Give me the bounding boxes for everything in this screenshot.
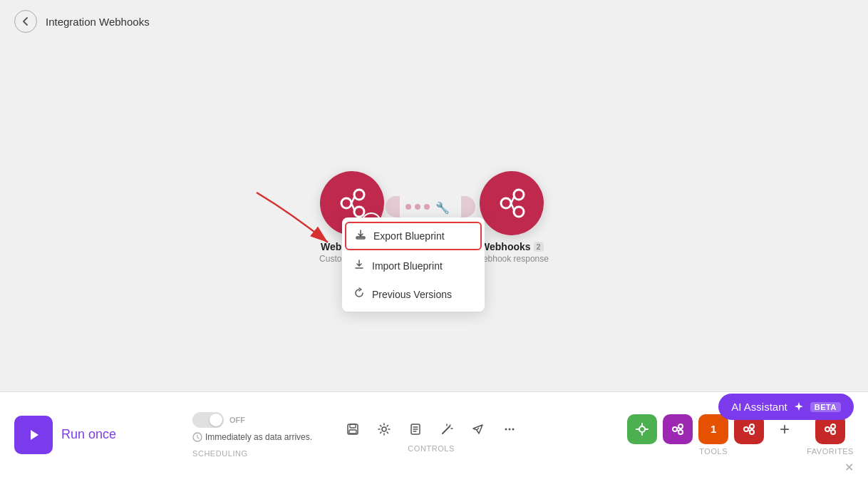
ai-assistant-button[interactable]: AI Assistant BETA	[718, 394, 854, 420]
send-control-icon[interactable]	[466, 417, 490, 441]
svg-line-45	[830, 427, 831, 429]
controls-label: CONTROLS	[408, 444, 455, 453]
svg-line-25	[450, 425, 450, 426]
controls-section: CONTROLS	[341, 417, 522, 453]
header: Integration Webhooks	[0, 0, 868, 43]
svg-marker-13	[31, 430, 38, 440]
toggle-state: OFF	[229, 416, 245, 424]
svg-line-46	[830, 429, 831, 431]
node-webhooks-2[interactable]: Webhooks 2 Webhook response	[475, 171, 549, 264]
svg-line-41	[748, 429, 750, 431]
svg-line-4	[351, 203, 355, 211]
toggle-row: OFF	[192, 412, 245, 428]
svg-point-0	[341, 198, 351, 208]
svg-line-23	[443, 426, 450, 434]
svg-point-8	[514, 207, 524, 217]
svg-line-36	[677, 429, 678, 431]
svg-point-44	[831, 430, 835, 434]
ai-assistant-label: AI Assistant	[731, 401, 787, 413]
svg-point-32	[673, 427, 677, 431]
export-icon	[355, 229, 366, 243]
svg-point-29	[509, 428, 511, 430]
controls-icons	[341, 417, 522, 441]
dot-2	[415, 204, 420, 210]
dropdown-menu: Export Blueprint Import Blueprint Previo…	[342, 217, 485, 312]
dot-1	[405, 204, 411, 210]
import-icon	[353, 259, 365, 273]
svg-rect-17	[349, 430, 356, 434]
run-once-button[interactable]	[14, 416, 53, 454]
dropdown-item-export[interactable]: Export Blueprint	[345, 222, 482, 250]
connector-center: 🔧	[435, 198, 450, 215]
favorites-section: FAVORITES	[807, 414, 854, 456]
svg-point-38	[750, 424, 754, 429]
svg-line-10	[511, 203, 515, 211]
node-label-2: Webhooks 2 Webhook response	[475, 241, 549, 264]
svg-line-35	[677, 427, 678, 429]
svg-point-43	[831, 424, 835, 429]
svg-point-6	[501, 198, 511, 208]
svg-point-31	[639, 426, 645, 432]
svg-line-27	[477, 428, 479, 430]
svg-point-28	[505, 428, 507, 430]
close-button[interactable]: ✕	[844, 461, 854, 474]
favorites-label: FAVORITES	[807, 447, 854, 456]
beta-badge: BETA	[810, 402, 841, 412]
node-circle-2	[480, 171, 544, 235]
wrench-icon: 🔧	[435, 201, 450, 215]
tool-button-orange[interactable]: 1	[698, 414, 728, 444]
connector: 🔧	[386, 196, 475, 217]
svg-point-34	[678, 430, 683, 434]
connector-left	[386, 196, 400, 217]
run-section: Run once	[14, 416, 171, 454]
sparkle-icon	[793, 401, 805, 413]
schedule-text: Immediately as data arrives.	[192, 432, 312, 442]
back-button[interactable]	[14, 10, 37, 33]
svg-point-18	[382, 427, 386, 431]
page-title: Integration Webhooks	[46, 16, 150, 28]
svg-point-39	[750, 430, 754, 434]
more-control-icon[interactable]	[497, 417, 522, 441]
svg-point-7	[514, 190, 524, 200]
tool-button-green[interactable]	[627, 414, 657, 444]
connector-right	[461, 196, 475, 217]
tool-orange-label: 1	[711, 423, 716, 435]
versions-icon	[353, 287, 365, 302]
tools-section: 1 + TOOLS	[627, 414, 800, 456]
connector-dots	[400, 204, 435, 210]
dot-3	[424, 204, 430, 210]
svg-point-33	[678, 424, 683, 429]
svg-point-30	[512, 428, 515, 430]
tool-button-purple[interactable]	[663, 414, 693, 444]
svg-point-37	[744, 427, 748, 431]
scheduling-label: SCHEDULING	[192, 449, 248, 458]
canvas: Webhooks 1 Custom webhook 🔧	[0, 43, 868, 391]
save-control-icon[interactable]	[341, 417, 365, 441]
toggle-knob	[210, 414, 222, 426]
svg-point-42	[825, 427, 830, 431]
scheduling-toggle[interactable]	[192, 412, 224, 428]
dropdown-item-versions[interactable]: Previous Versions	[342, 280, 485, 309]
scheduling-section: OFF Immediately as data arrives. SCHEDUL…	[192, 412, 312, 458]
dropdown-item-import[interactable]: Import Blueprint	[342, 252, 485, 280]
settings-control-icon[interactable]	[372, 417, 396, 441]
clock-icon	[192, 432, 202, 442]
svg-point-2	[354, 207, 364, 217]
notes-control-icon[interactable]	[403, 417, 428, 441]
magic-control-icon[interactable]	[435, 417, 459, 441]
svg-point-1	[354, 190, 364, 200]
svg-line-40	[748, 427, 750, 429]
tools-label: TOOLS	[699, 447, 728, 456]
svg-line-3	[351, 196, 355, 203]
svg-line-9	[511, 196, 515, 203]
run-label: Run once	[61, 427, 116, 442]
